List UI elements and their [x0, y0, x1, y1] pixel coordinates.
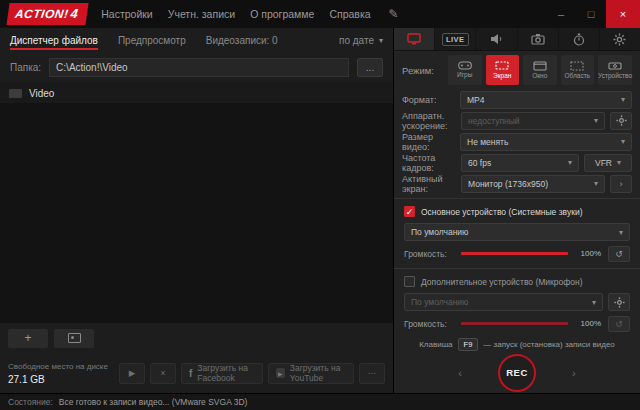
identify-screen-button[interactable]: › — [610, 175, 632, 193]
secondary-audio-device-dropdown[interactable]: По умолчанию ▾ — [404, 293, 603, 311]
primary-audio-device-dropdown[interactable]: По умолчанию ▾ — [404, 223, 630, 241]
vfr-dropdown[interactable]: VFR ▾ — [584, 154, 632, 172]
status-label: Состояние: — [8, 397, 53, 407]
primary-audio-checkbox[interactable]: ✓ — [404, 206, 415, 217]
left-tabs: Диспетчер файлов Предпросмотр Видеозапис… — [0, 28, 393, 53]
hw-acceleration-dropdown[interactable]: недоступный ▾ — [461, 112, 605, 130]
folder-path-input[interactable] — [49, 58, 349, 77]
mode-device-button[interactable]: Устройство — [598, 55, 632, 85]
hotkey-key-badge: F9 — [458, 338, 479, 351]
primary-volume-slider[interactable] — [461, 252, 568, 255]
upload-youtube-button[interactable]: ▶ Загрузить на YouTube — [268, 363, 354, 384]
active-screen-dropdown[interactable]: Монитор (1736х950) ▾ — [461, 175, 605, 193]
prev-profile-arrow[interactable]: ‹ — [458, 367, 462, 379]
chevron-down-icon: ▾ — [621, 95, 625, 104]
video-size-dropdown[interactable]: Не менять ▾ — [460, 133, 632, 151]
mode-screen-label: Экран — [493, 73, 511, 80]
add-folder-button[interactable]: + — [8, 329, 48, 348]
delete-recording-button[interactable]: × — [150, 363, 176, 384]
mode-selector: Режим: Игры Экран Окно Область — [394, 51, 640, 89]
secondary-volume-value: 100% — [575, 319, 601, 328]
more-actions-button[interactable]: ··· — [359, 363, 385, 384]
gear-icon — [613, 33, 626, 46]
primary-volume-reset-button[interactable]: ↺ — [608, 246, 630, 262]
app-logo-version: 4 — [70, 6, 80, 21]
vfr-label: VFR — [595, 158, 612, 168]
secondary-volume-row: Громкость: 100% ↺ — [394, 313, 640, 334]
close-button[interactable]: × — [606, 0, 640, 28]
menu-help[interactable]: Справка — [329, 8, 370, 20]
framerate-dropdown[interactable]: 60 fps ▾ — [461, 154, 579, 172]
secondary-volume-reset-button[interactable]: ↺ — [608, 316, 630, 332]
secondary-volume-slider[interactable] — [461, 322, 568, 325]
window-icon — [533, 61, 547, 71]
secondary-audio-device-row: По умолчанию ▾ — [394, 291, 640, 313]
tab-live-streaming[interactable]: LIVE — [435, 28, 476, 50]
tab-video-recording[interactable] — [394, 28, 435, 50]
tab-app-settings[interactable] — [600, 28, 640, 50]
tab-audio-recording[interactable] — [476, 28, 517, 50]
screenshots-view-button[interactable] — [54, 329, 94, 348]
free-space-info: Свободное место на диске 27.1 GB — [8, 362, 114, 385]
free-space-label: Свободное место на диске — [8, 362, 114, 371]
action-app-window: ACTION! 4 Настройки Учетн. записи О прог… — [0, 0, 640, 410]
record-button[interactable]: REC — [498, 354, 536, 392]
chevron-down-icon: ▾ — [594, 116, 598, 125]
upload-facebook-button[interactable]: f Загрузить на Facebook — [181, 363, 263, 384]
menu-settings[interactable]: Настройки — [101, 8, 153, 20]
mode-region-button[interactable]: Область — [561, 55, 595, 85]
tab-preview[interactable]: Предпросмотр — [118, 30, 186, 52]
timer-icon — [573, 33, 585, 46]
browse-folder-button[interactable]: ... — [357, 58, 383, 77]
chevron-down-icon: ▾ — [617, 158, 621, 167]
chevron-down-icon: ▾ — [619, 228, 623, 237]
tab-recordings-count[interactable]: Видеозаписи: 0 — [206, 30, 278, 52]
file-list[interactable]: Video — [0, 83, 393, 323]
upload-facebook-label: Загрузить на Facebook — [197, 363, 254, 383]
secondary-audio-checkbox[interactable] — [404, 276, 415, 287]
folder-label: Папка: — [10, 62, 41, 73]
secondary-audio-label: Дополнительное устройство (Микрофон) — [421, 277, 583, 287]
hw-settings-button[interactable] — [610, 112, 632, 130]
format-dropdown[interactable]: MP4 ▾ — [460, 91, 632, 109]
file-manager-panel: Диспетчер файлов Предпросмотр Видеозапис… — [0, 28, 394, 393]
format-row: Формат: MP4 ▾ — [394, 89, 640, 110]
list-item-video[interactable]: Video — [0, 83, 393, 103]
window-controls: – □ × — [546, 0, 640, 28]
play-recording-button[interactable]: ▶ — [119, 363, 145, 384]
menu-about[interactable]: О программе — [250, 8, 314, 20]
video-size-row: Размер видео: Не менять ▾ — [394, 131, 640, 152]
record-hotkey-hint: Клавиша F9 — запуск (остановка) записи в… — [394, 337, 640, 352]
primary-audio-device-value: По умолчанию — [411, 227, 468, 237]
mode-window-button[interactable]: Окно — [523, 55, 557, 85]
chevron-down-icon: ▾ — [621, 137, 625, 146]
framerate-row: Частота кадров: 60 fps ▾ VFR ▾ — [394, 152, 640, 173]
framerate-label: Частота кадров: — [402, 153, 451, 173]
record-controls: ‹ REC › — [394, 352, 640, 393]
mode-label: Режим: — [402, 65, 444, 76]
format-label: Формат: — [402, 95, 436, 105]
minimize-button[interactable]: – — [546, 0, 576, 28]
sort-by-date-dropdown[interactable]: по дате ▾ — [339, 35, 383, 46]
hotkey-word: Клавиша — [419, 340, 452, 349]
hw-acceleration-row: Аппаратн. ускорение: недоступный ▾ — [394, 110, 640, 131]
primary-audio-label: Основное устройство (Системные звуки) — [421, 207, 582, 217]
facebook-icon: f — [189, 368, 192, 379]
monitor-icon — [407, 33, 421, 45]
microphone-settings-button[interactable] — [608, 293, 630, 311]
menu-accounts[interactable]: Учетн. записи — [168, 8, 235, 20]
video-size-value: Не менять — [467, 137, 508, 147]
folder-row: Папка: ... — [0, 53, 393, 81]
status-bar: Состояние: Все готово к записи видео... … — [0, 393, 640, 410]
chevron-down-icon: ▾ — [594, 179, 598, 188]
tab-benchmark[interactable] — [559, 28, 600, 50]
gamepad-icon — [458, 61, 472, 70]
mode-games-button[interactable]: Игры — [448, 55, 482, 85]
tab-file-manager[interactable]: Диспетчер файлов — [10, 30, 98, 52]
next-profile-arrow[interactable]: › — [572, 367, 576, 379]
tab-screenshots[interactable] — [518, 28, 559, 50]
mode-screen-button[interactable]: Экран — [486, 55, 520, 85]
maximize-button[interactable]: □ — [576, 0, 606, 28]
theme-brush-icon[interactable]: ✎ — [389, 7, 399, 21]
hotkey-description: — запуск (остановка) записи видео — [483, 340, 614, 349]
